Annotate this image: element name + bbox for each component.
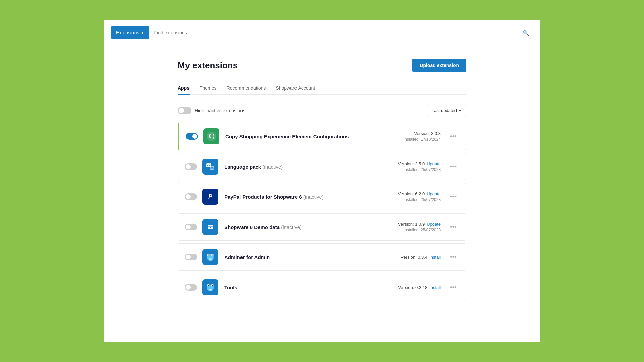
filters-row: Hide inactive extensions Last updated ▾ <box>178 105 466 116</box>
sort-chevron-icon: ▾ <box>459 108 461 113</box>
hide-inactive-wrapper: Hide inactive extensions <box>178 107 245 114</box>
extension-installed: Installed: 25/07/2023 <box>398 197 441 202</box>
dropdown-label: Extensions <box>116 30 139 35</box>
svg-text:AB: AB <box>207 164 210 167</box>
extension-version: Version: 3.0.3 <box>404 131 441 136</box>
extension-icon: AB CD <box>202 159 218 175</box>
extension-item: Tools Version: 0.2.18 Install ••• <box>178 274 466 301</box>
svg-point-20 <box>209 258 212 260</box>
svg-point-11 <box>210 227 211 228</box>
extension-name: Language pack (inactive) <box>224 164 398 170</box>
extension-meta: Version: 0.2.18 Install <box>398 285 441 290</box>
extension-item: P PayPal Products for Shopware 6 (inacti… <box>178 183 466 210</box>
extension-toggle[interactable] <box>185 193 197 200</box>
extension-meta: Version: 0.3.4 Install <box>401 255 441 260</box>
svg-point-27 <box>208 285 209 286</box>
extension-installed: Installed: 25/07/2023 <box>398 167 441 172</box>
svg-text:CD: CD <box>210 167 214 169</box>
extension-name: Adminer for Admin <box>224 254 401 260</box>
extension-list: C Copy Shopping Experience Element Confi… <box>178 123 466 304</box>
sort-dropdown[interactable]: Last updated ▾ <box>427 105 466 116</box>
chevron-down-icon: ▾ <box>142 31 143 35</box>
install-link[interactable]: Install <box>429 255 441 260</box>
extension-version: Version: 2.5.0 Update <box>398 161 441 166</box>
search-icon: 🔍 <box>523 30 529 36</box>
svg-text:C: C <box>209 132 214 140</box>
extension-version: Version: 0.3.4 Install <box>401 255 441 260</box>
tab-recommendations[interactable]: Recommendations <box>227 82 266 95</box>
extension-toggle[interactable] <box>185 163 197 170</box>
sort-label: Last updated <box>432 108 457 113</box>
svg-point-19 <box>212 255 213 256</box>
extension-more-button[interactable]: ••• <box>447 162 459 172</box>
extension-more-button[interactable]: ••• <box>447 252 459 262</box>
extension-icon <box>202 279 218 295</box>
hide-inactive-label: Hide inactive extensions <box>195 108 245 113</box>
extension-more-button[interactable]: ••• <box>447 132 459 141</box>
page-header: My extensions Upload extension <box>178 59 466 72</box>
extension-installed: Installed: 25/07/2023 <box>398 228 441 232</box>
extension-icon <box>202 249 218 265</box>
extension-info: Tools <box>224 285 398 290</box>
search-bar: Extensions ▾ 🔍 <box>104 20 540 45</box>
svg-point-28 <box>212 285 213 286</box>
extension-name: Shopware 6 Demo data (inactive) <box>224 224 398 230</box>
extension-info: Adminer for Admin <box>224 254 401 260</box>
extension-toggle[interactable] <box>185 254 197 260</box>
extension-toggle[interactable] <box>186 133 198 140</box>
extension-info: Shopware 6 Demo data (inactive) <box>224 224 398 230</box>
extension-installed: Installed: 17/10/2024 <box>404 137 441 142</box>
extension-info: Language pack (inactive) <box>224 164 398 170</box>
svg-text:P: P <box>208 193 213 200</box>
extension-name: PayPal Products for Shopware 6 (inactive… <box>224 194 398 200</box>
search-input-wrapper: 🔍 <box>149 26 533 39</box>
extension-icon <box>202 219 218 235</box>
svg-point-18 <box>208 255 209 256</box>
search-input[interactable] <box>149 26 533 39</box>
extension-version: Version: 0.2.18 Install <box>398 285 441 290</box>
tab-themes[interactable]: Themes <box>200 82 217 95</box>
extension-info: PayPal Products for Shopware 6 (inactive… <box>224 194 398 200</box>
extension-icon: C <box>203 128 219 144</box>
main-container: Extensions ▾ 🔍 My extensions Upload exte… <box>104 20 540 342</box>
extension-icon: P <box>202 189 218 205</box>
extension-info: Copy Shopping Experience Element Configu… <box>225 134 404 139</box>
update-link[interactable]: Update <box>427 222 441 227</box>
extension-meta: Version: 1.0.9 Update Installed: 25/07/2… <box>398 222 441 232</box>
tabs-container: Apps Themes Recommendations Shopware Acc… <box>178 82 466 95</box>
extension-name: Tools <box>224 285 398 290</box>
extension-more-button[interactable]: ••• <box>447 283 459 292</box>
tab-shopware-account[interactable]: Shopware Account <box>276 82 315 95</box>
extension-meta: Version: 3.0.3 Installed: 17/10/2024 <box>404 131 441 142</box>
extension-meta: Version: 2.5.0 Update Installed: 25/07/2… <box>398 161 441 172</box>
page-title: My extensions <box>178 60 238 71</box>
update-link[interactable]: Update <box>427 161 441 166</box>
extension-more-button[interactable]: ••• <box>447 222 459 232</box>
extension-item: Adminer for Admin Version: 0.3.4 Install… <box>178 243 466 271</box>
extension-version: Version: 1.0.9 Update <box>398 222 441 227</box>
extensions-dropdown-button[interactable]: Extensions ▾ <box>111 26 149 39</box>
tab-apps[interactable]: Apps <box>178 82 190 95</box>
extension-toggle[interactable] <box>185 224 197 230</box>
search-icon-button[interactable]: 🔍 <box>523 29 529 36</box>
extension-toggle[interactable] <box>185 284 197 291</box>
extension-more-button[interactable]: ••• <box>447 192 459 202</box>
content-area: My extensions Upload extension Apps Them… <box>104 45 540 317</box>
upload-extension-button[interactable]: Upload extension <box>412 59 466 72</box>
update-link[interactable]: Update <box>427 191 441 196</box>
extension-item: AB CD Language pack (inactive) Version: … <box>178 153 466 180</box>
extension-name: Copy Shopping Experience Element Configu… <box>225 134 404 139</box>
svg-point-29 <box>209 289 212 290</box>
extension-meta: Version: 6.2.0 Update Installed: 25/07/2… <box>398 191 441 202</box>
extension-item: C Copy Shopping Experience Element Confi… <box>178 123 466 150</box>
extension-version: Version: 6.2.0 Update <box>398 191 441 196</box>
extension-item: Shopware 6 Demo data (inactive) Version:… <box>178 213 466 241</box>
hide-inactive-toggle[interactable] <box>178 107 191 114</box>
install-link[interactable]: Install <box>429 285 441 290</box>
